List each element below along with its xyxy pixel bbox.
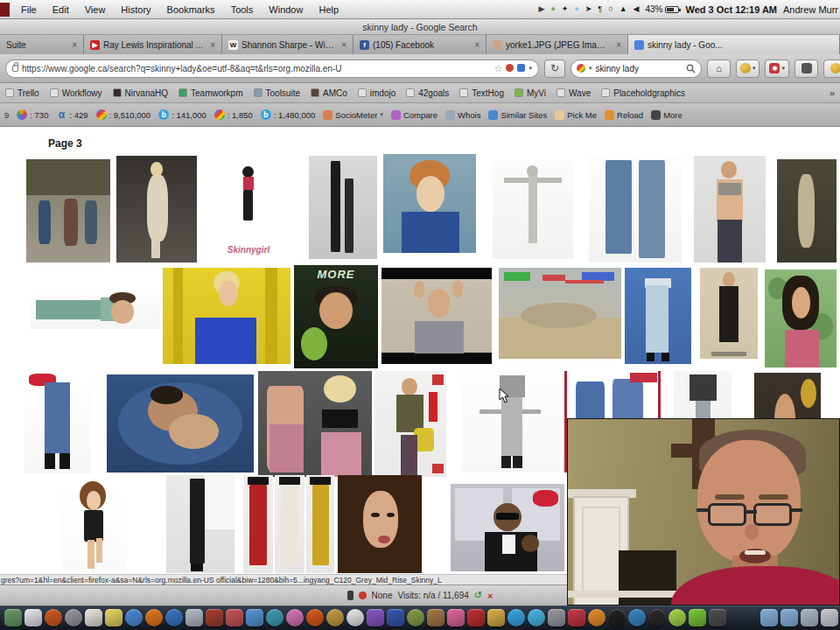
spark-status-icon[interactable]: ✦ bbox=[562, 5, 569, 13]
lime-app-icon[interactable] bbox=[668, 609, 686, 626]
bookmark-item-placeholdgraphics[interactable]: Placeholdgraphics bbox=[601, 88, 685, 98]
trash-icon[interactable] bbox=[821, 609, 838, 626]
image-result-more-magazine[interactable]: MORE bbox=[294, 265, 378, 368]
chat-app-icon[interactable] bbox=[528, 609, 545, 626]
bookmark-item-amco[interactable]: AMCo bbox=[311, 88, 347, 98]
menu-item-help[interactable]: Help bbox=[311, 4, 346, 15]
image-result-street-scene[interactable] bbox=[26, 159, 110, 262]
bookmark-item-teamworkpm[interactable]: Teamworkpm bbox=[178, 88, 242, 98]
sphere-app-icon[interactable] bbox=[407, 609, 424, 626]
image-result-jeans-blue-ad[interactable] bbox=[625, 268, 691, 364]
photo-app-icon[interactable] bbox=[226, 609, 243, 626]
image-result-skeleton-sketch[interactable] bbox=[493, 160, 573, 259]
recycle-status-icon[interactable]: ↺ bbox=[474, 590, 482, 601]
image-result-woman-black-outfit[interactable] bbox=[700, 268, 758, 359]
tab-close-icon[interactable]: × bbox=[206, 40, 215, 50]
petal-app-icon[interactable] bbox=[286, 609, 304, 626]
seo-link-compare[interactable]: Compare bbox=[391, 110, 438, 120]
box-app-icon[interactable] bbox=[427, 609, 444, 626]
lens-app-icon[interactable] bbox=[608, 609, 626, 626]
cube-app-icon[interactable] bbox=[387, 609, 404, 626]
image-result-fitness-woman[interactable] bbox=[694, 156, 766, 262]
skype-icon[interactable] bbox=[508, 609, 525, 626]
image-result-green-banner[interactable] bbox=[31, 289, 160, 329]
bookmark-star-icon[interactable]: ☆ bbox=[494, 64, 503, 74]
camera-app-icon[interactable] bbox=[186, 609, 203, 626]
tab-close-icon[interactable]: × bbox=[471, 40, 480, 50]
dark-addon-button[interactable] bbox=[794, 60, 818, 78]
search-input[interactable]: skinny lady bbox=[595, 64, 682, 74]
image-result-black-tights-legs[interactable] bbox=[309, 156, 377, 259]
bookmark-item-myvi[interactable]: MyVi bbox=[514, 88, 546, 98]
image-result-yellow-pants[interactable] bbox=[306, 475, 334, 573]
image-result-skinnygirl-logo[interactable]: Skinnygirl bbox=[208, 160, 289, 258]
stickies-app-icon[interactable] bbox=[105, 609, 122, 626]
seo-link-reload[interactable]: Reload bbox=[605, 110, 643, 120]
shears-app-icon[interactable] bbox=[548, 609, 565, 626]
ring-status-icon[interactable]: ○ bbox=[608, 5, 612, 13]
gold-addon-button[interactable]: ▾ bbox=[736, 60, 760, 78]
tab-3[interactable]: WShannon Sharpe - Wikip...× bbox=[222, 35, 354, 54]
volume-status-icon[interactable]: ◀ bbox=[634, 5, 640, 13]
image-result-gaga-paparazzi-duo[interactable] bbox=[258, 371, 372, 477]
image-result-video-still-peace[interactable] bbox=[382, 268, 492, 364]
red-addon-button[interactable]: ✱▾ bbox=[765, 60, 789, 78]
tab-close-icon[interactable]: × bbox=[338, 40, 346, 50]
bookmark-item-toolsuite[interactable]: Toolsuite bbox=[254, 88, 300, 98]
search-field[interactable]: ▾ skinny lady bbox=[570, 60, 702, 78]
safari-icon[interactable] bbox=[165, 609, 183, 626]
seo-link-similar-sites[interactable]: Similar Sites bbox=[488, 110, 547, 120]
colorwheel-app-icon[interactable] bbox=[326, 609, 344, 626]
menu-item-view[interactable]: View bbox=[77, 4, 114, 15]
swirl-app-icon[interactable] bbox=[306, 609, 324, 626]
menu-item-edit[interactable]: Edit bbox=[45, 4, 77, 15]
book-app-icon[interactable] bbox=[467, 609, 485, 626]
image-result-gaga-white-outfit[interactable] bbox=[116, 156, 197, 262]
crown-app-icon[interactable] bbox=[487, 609, 505, 626]
image-result-couple-in-water[interactable] bbox=[107, 374, 254, 472]
folder-icon-a[interactable] bbox=[760, 609, 778, 626]
bookmark-item-42goals[interactable]: 42goals bbox=[406, 88, 449, 98]
bookmarks-overflow-chevron[interactable]: » bbox=[830, 88, 835, 98]
tab-5[interactable]: yorke1.JPG (JPEG Image,...× bbox=[486, 35, 628, 54]
magnifier-icon[interactable] bbox=[686, 64, 696, 74]
menu-clock[interactable]: Wed 3 Oct 12:19 AM bbox=[685, 4, 777, 15]
menu-item-tools[interactable]: Tools bbox=[223, 4, 262, 15]
play-status-icon[interactable]: ▶ bbox=[538, 5, 544, 13]
menu-user[interactable]: Andrew Murr bbox=[783, 4, 838, 15]
image-result-black-pants-fashion[interactable] bbox=[166, 475, 234, 573]
drop-status-icon[interactable]: ● bbox=[574, 5, 578, 13]
knob-app-icon[interactable] bbox=[65, 609, 82, 626]
globe-browser-icon[interactable] bbox=[125, 609, 143, 626]
bookmark-item-nirvanahq[interactable]: NirvanaHQ bbox=[113, 88, 168, 98]
image-result-red-pants[interactable] bbox=[243, 475, 273, 573]
url-dropdown-icon[interactable]: ▾ bbox=[528, 65, 532, 72]
home-button[interactable]: ⌂ bbox=[707, 60, 731, 78]
tab-1[interactable]: Suite× bbox=[0, 35, 84, 54]
bookmark-item-workflowy[interactable]: Workflowy bbox=[50, 88, 102, 98]
image-result-jeans-red-script[interactable] bbox=[24, 372, 91, 473]
calendar-app-icon[interactable] bbox=[24, 609, 42, 626]
wifi-status-icon[interactable]: ▲ bbox=[620, 5, 627, 13]
display-app-icon[interactable] bbox=[246, 609, 263, 626]
heart-app-icon[interactable] bbox=[447, 609, 465, 626]
google-search-icon[interactable] bbox=[577, 64, 585, 73]
tab-2[interactable]: ▶Ray Lewis Inspirational ...× bbox=[84, 35, 222, 54]
seo-link-more[interactable]: More bbox=[651, 110, 682, 120]
stack-icon[interactable] bbox=[801, 609, 818, 626]
image-result-gaga-blue-dress[interactable] bbox=[163, 268, 290, 364]
tomato-app-icon[interactable] bbox=[45, 609, 62, 626]
menu-item-file[interactable]: File bbox=[13, 4, 45, 15]
firefox-icon[interactable] bbox=[145, 609, 163, 626]
seo-link-pick-me[interactable]: Pick Me bbox=[555, 110, 597, 120]
bookmark-item-trello[interactable]: Trello bbox=[5, 88, 39, 98]
pin-status-icon[interactable]: ➤ bbox=[585, 5, 592, 13]
folder-icon-b[interactable] bbox=[780, 609, 798, 626]
seo-link-sociometer[interactable]: SocioMeter▾ bbox=[323, 110, 383, 120]
grid-app-icon[interactable] bbox=[4, 609, 22, 626]
bubble-app-icon[interactable] bbox=[648, 609, 666, 626]
image-result-beach-game-hud[interactable] bbox=[499, 268, 621, 359]
menu-item-window[interactable]: Window bbox=[261, 4, 311, 15]
android-app-icon[interactable] bbox=[689, 609, 706, 626]
image-result-music-video-still[interactable] bbox=[451, 484, 564, 571]
